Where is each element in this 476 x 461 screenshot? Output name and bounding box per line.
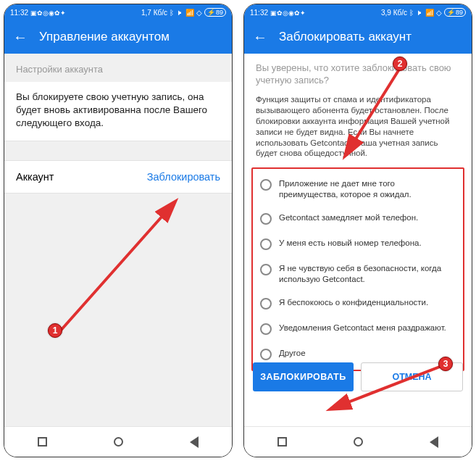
wifi-icon: ◇	[436, 9, 442, 17]
button-row: ЗАБЛОКИРОВАТЬ ОТМЕНА	[253, 362, 463, 391]
account-label: Аккаунт	[16, 171, 54, 183]
radio-icon[interactable]	[260, 179, 272, 191]
radio-icon[interactable]	[260, 213, 272, 225]
radio-icon[interactable]	[260, 238, 272, 250]
description-text: Вы блокируете свою учетную запись, она б…	[4, 82, 232, 141]
radio-icon[interactable]	[260, 264, 272, 275]
bluetooth-icon: ᛒ	[409, 9, 414, 17]
page-title: Управление аккаунтом	[39, 30, 170, 44]
reason-label: У меня есть новый номер телефона.	[279, 238, 422, 248]
radio-icon[interactable]	[260, 323, 272, 335]
confirmation-question: Вы уверены, что хотите заблокировать сво…	[244, 54, 472, 90]
divider	[4, 193, 232, 194]
nav-back-icon[interactable]	[190, 436, 199, 448]
content-area: Вы уверены, что хотите заблокировать сво…	[244, 54, 472, 426]
svg-line-0	[59, 202, 175, 333]
reason-option[interactable]: Приложение не дает мне того преимущества…	[253, 172, 463, 206]
status-icons-left: ▣✿◎◉✿✦	[270, 9, 306, 17]
app-bar: ← Управление аккаунтом	[4, 20, 232, 54]
reasons-list: Приложение не дает мне того преимущества…	[251, 167, 464, 371]
annotation-badge-3: 3	[438, 357, 453, 371]
block-button[interactable]: ЗАБЛОКИРОВАТЬ	[253, 362, 354, 391]
nav-recent-icon[interactable]	[277, 437, 287, 447]
reason-label: Уведомления Getcontact меня раздражают.	[279, 323, 446, 333]
signal-icon: 📶	[425, 9, 434, 17]
nav-recent-icon[interactable]	[38, 437, 47, 447]
android-navbar	[244, 426, 472, 457]
status-icons-left: ▣✿◎◉✿✦	[30, 9, 66, 17]
status-bar: 11:32 ▣✿◎◉✿✦ 1,7 Кб/с ᛒ 🕨 📶 ◇ ⚡89	[4, 4, 232, 20]
status-speed: 3,9 Кб/с	[381, 9, 407, 17]
reason-label: Я не чувствую себя в безопасности, когда…	[279, 263, 456, 284]
back-icon[interactable]: ←	[253, 29, 267, 46]
annotation-arrow-1	[48, 184, 207, 344]
reason-option[interactable]: Я беспокоюсь о конфиденциальности.	[253, 291, 463, 316]
reason-label: Getcontact замедляет мой телефон.	[279, 212, 418, 223]
section-header: Настройки аккаунта	[4, 54, 232, 82]
android-navbar	[4, 426, 232, 457]
status-speed: 1,7 Кб/с	[141, 9, 167, 17]
page-title: Заблокировать аккаунт	[279, 30, 412, 44]
content-area: Настройки аккаунта Вы блокируете свою уч…	[4, 54, 232, 426]
reason-label: Я беспокоюсь о конфиденциальности.	[279, 297, 428, 307]
annotation-badge-1: 1	[48, 323, 62, 338]
reason-option[interactable]: У меня есть новый номер телефона.	[253, 231, 463, 257]
account-row: Аккаунт Заблокировать	[4, 161, 232, 193]
reason-label: Другое	[279, 348, 306, 358]
block-link[interactable]: Заблокировать	[147, 171, 220, 183]
volume-icon: 🕨	[416, 9, 423, 17]
reason-label: Приложение не дает мне того преимущества…	[279, 178, 456, 199]
nav-home-icon[interactable]	[114, 437, 123, 447]
wifi-icon: ◇	[196, 9, 202, 17]
radio-icon[interactable]	[260, 298, 272, 310]
battery-indicator: ⚡89	[204, 8, 226, 17]
info-text: Функция защиты от спама и идентификатора…	[244, 90, 472, 167]
radio-icon[interactable]	[260, 349, 272, 360]
status-time: 11:32	[250, 9, 268, 17]
signal-icon: 📶	[185, 9, 194, 17]
volume-icon: 🕨	[176, 9, 183, 17]
annotation-badge-2: 2	[393, 57, 407, 71]
reason-option[interactable]: Я не чувствую себя в безопасности, когда…	[253, 257, 463, 291]
reason-option[interactable]: Уведомления Getcontact меня раздражают.	[253, 316, 463, 341]
back-icon[interactable]: ←	[13, 29, 28, 46]
status-time: 11:32	[10, 9, 28, 17]
phone-right: 11:32 ▣✿◎◉✿✦ 3,9 Кб/с ᛒ 🕨 📶 ◇ ⚡89 ← Забл…	[243, 4, 472, 457]
battery-indicator: ⚡89	[444, 8, 466, 17]
nav-back-icon[interactable]	[430, 436, 438, 448]
status-bar: 11:32 ▣✿◎◉✿✦ 3,9 Кб/с ᛒ 🕨 📶 ◇ ⚡89	[244, 4, 472, 20]
bluetooth-icon: ᛒ	[170, 9, 174, 17]
reason-option[interactable]: Getcontact замедляет мой телефон.	[253, 206, 463, 231]
app-bar: ← Заблокировать аккаунт	[244, 20, 472, 54]
nav-home-icon[interactable]	[354, 437, 363, 447]
phone-left: 11:32 ▣✿◎◉✿✦ 1,7 Кб/с ᛒ 🕨 📶 ◇ ⚡89 ← Упра…	[4, 4, 233, 457]
